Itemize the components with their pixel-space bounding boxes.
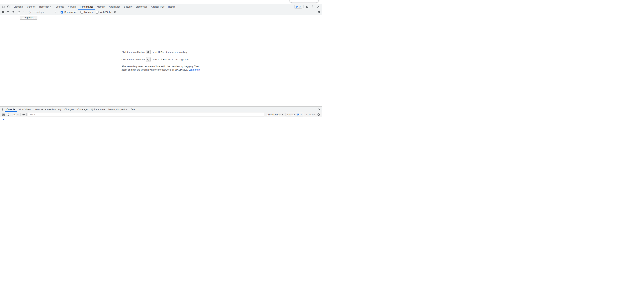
record-instruction-row: Click the record button or hit ⌘ E to st… xyxy=(122,50,200,54)
tab-redux[interactable]: Redux xyxy=(166,4,177,10)
web-vitals-checkbox[interactable]: Web Vitals xyxy=(96,11,111,14)
tab-network[interactable]: Network xyxy=(66,4,78,10)
close-drawer-button[interactable] xyxy=(316,106,322,112)
screenshots-checkbox-label: Screenshots xyxy=(64,11,77,14)
tab-security[interactable]: Security xyxy=(122,4,134,10)
collect-garbage-button[interactable] xyxy=(112,11,117,14)
tab-lighthouse[interactable]: Lighthouse xyxy=(134,4,149,10)
issues-bubble-icon xyxy=(297,113,300,116)
close-icon xyxy=(318,108,320,110)
reload-and-record-button[interactable] xyxy=(6,11,10,14)
clear-console-button[interactable] xyxy=(6,113,10,116)
eye-icon xyxy=(22,113,25,116)
console-settings-button[interactable] xyxy=(316,113,321,116)
close-devtools-button[interactable] xyxy=(316,6,321,8)
block-icon xyxy=(7,113,10,116)
drawer-menu-button[interactable] xyxy=(1,106,5,112)
console-toolbar: top Default levels 3 Issues: 3 xyxy=(0,112,322,117)
cmd-key-glyph: ⌘ xyxy=(158,51,160,53)
separator xyxy=(16,11,16,14)
tab-console[interactable]: Console xyxy=(25,4,38,10)
drawer-tab-coverage[interactable]: Coverage xyxy=(76,106,89,112)
record-icon xyxy=(2,11,4,13)
settings-button[interactable] xyxy=(305,5,310,8)
trash-icon xyxy=(114,11,116,14)
save-profile-button[interactable] xyxy=(22,11,26,14)
separator xyxy=(20,113,20,116)
checkbox-unchecked-icon xyxy=(96,11,98,14)
drawer-tab-console[interactable]: Console xyxy=(5,106,17,112)
reload-button-illustration xyxy=(146,57,150,62)
separator xyxy=(316,11,316,14)
import-profile-icon xyxy=(18,11,20,14)
dropdown-caret-icon xyxy=(282,114,283,115)
console-filter-input[interactable] xyxy=(28,113,264,116)
overflow-menu-icon xyxy=(2,108,3,111)
inspect-button[interactable] xyxy=(1,4,6,10)
web-vitals-checkbox-label: Web Vitals xyxy=(100,11,111,14)
tab-sources[interactable]: Sources xyxy=(54,4,66,10)
learn-more-link[interactable]: Learn more xyxy=(188,68,200,71)
drawer-tabbar: Console What's New Network request block… xyxy=(0,106,322,112)
drawer-tab-quick-source[interactable]: Quick source xyxy=(89,106,106,112)
separator xyxy=(58,11,58,14)
tab-memory[interactable]: Memory xyxy=(95,4,107,10)
flask-icon xyxy=(50,6,52,8)
load-profile-tooltip: Load profile… xyxy=(20,16,37,20)
load-profile-button[interactable] xyxy=(16,11,22,14)
drawer-tab-memory-inspector[interactable]: Memory Inspector xyxy=(106,106,129,112)
hidden-messages-label: 1 hidden xyxy=(304,113,316,116)
clear-button[interactable] xyxy=(10,11,15,14)
console-issues-button[interactable]: 3 Issues: 3 xyxy=(286,113,303,116)
screenshots-checkbox[interactable]: Screenshots xyxy=(60,11,77,14)
log-levels-selector[interactable]: Default levels xyxy=(266,113,284,116)
create-live-expression-button[interactable] xyxy=(21,113,26,116)
capture-settings-button[interactable] xyxy=(316,11,321,14)
performance-toolbar: (no recordings) Screenshots Memory Web V… xyxy=(0,10,322,15)
e-key-glyph: E xyxy=(160,51,162,53)
console-sidebar-icon xyxy=(2,113,5,116)
gear-icon xyxy=(306,5,309,8)
e-key-glyph: E xyxy=(163,58,164,61)
landing-instructions: Click the record button or hit ⌘ E to st… xyxy=(122,50,200,71)
drawer-tab-search[interactable]: Search xyxy=(129,106,140,112)
separator xyxy=(285,113,285,116)
tab-elements[interactable]: Elements xyxy=(12,4,25,10)
drawer-tab-changes[interactable]: Changes xyxy=(63,106,76,112)
tab-recorder[interactable]: Recorder xyxy=(38,4,54,10)
reload-instruction-row: Click the reload button or hit ⌘ ⇧ E to … xyxy=(122,57,200,62)
record-button[interactable] xyxy=(1,11,6,13)
devtools-window: Elements Console Recorder Sources Networ… xyxy=(0,0,322,151)
browser-popup-partial xyxy=(290,0,319,3)
tabbar-right-controls: 3 xyxy=(294,4,322,10)
checkbox-checked-icon xyxy=(60,11,63,14)
drawer-tab-whats-new[interactable]: What's New xyxy=(17,106,33,112)
memory-checkbox[interactable]: Memory xyxy=(80,11,93,14)
device-toolbar-icon xyxy=(7,5,10,8)
shift-key-glyph: ⇧ xyxy=(160,58,162,61)
context-selector[interactable]: top xyxy=(12,113,20,116)
export-profile-icon xyxy=(22,11,25,14)
issues-counter-button[interactable]: 3 xyxy=(294,5,302,9)
browser-page-strip xyxy=(0,0,322,4)
console-sidebar-button[interactable] xyxy=(1,113,6,116)
console-prompt[interactable] xyxy=(0,117,322,121)
close-icon xyxy=(317,6,320,8)
tab-performance[interactable]: Performance xyxy=(78,4,95,10)
device-toolbar-button[interactable] xyxy=(6,4,10,10)
more-options-button[interactable] xyxy=(310,6,315,8)
console-messages-area xyxy=(0,117,322,151)
recordings-select[interactable]: (no recordings) xyxy=(28,10,58,15)
issues-count: 3 xyxy=(299,6,300,8)
tab-application[interactable]: Application xyxy=(107,4,122,10)
checkbox-unchecked-icon xyxy=(80,11,83,14)
drawer-tab-network-request-blocking[interactable]: Network request blocking xyxy=(33,106,63,112)
tab-adblock-plus[interactable]: Adblock Plus xyxy=(149,4,166,10)
issues-label: 3 Issues: xyxy=(287,113,296,116)
inspect-icon xyxy=(2,5,5,8)
issues-count: 3 xyxy=(300,113,302,116)
log-levels-value: Default levels xyxy=(267,113,281,116)
gear-icon xyxy=(317,113,320,116)
wasd-keys: WASD xyxy=(175,68,182,71)
gear-icon xyxy=(317,11,320,14)
